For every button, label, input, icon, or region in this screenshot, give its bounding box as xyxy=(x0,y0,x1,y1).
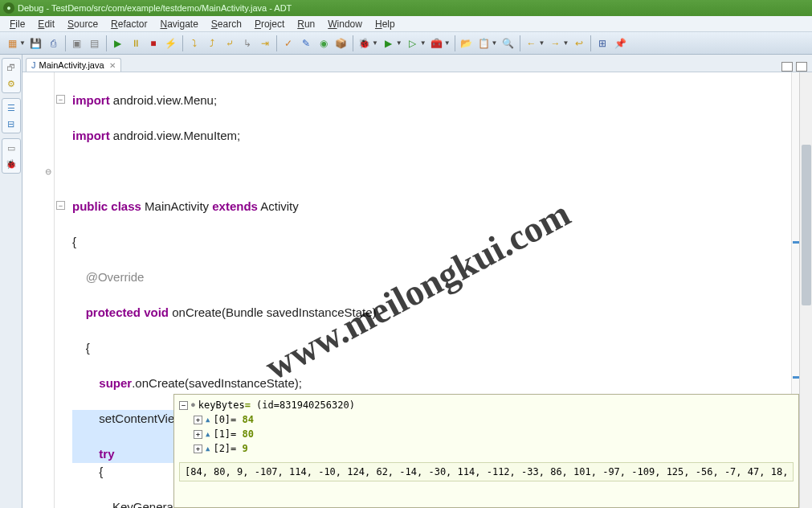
expand-toggle-icon[interactable]: + xyxy=(194,430,202,439)
run-last-icon[interactable]: ▷ xyxy=(405,35,421,51)
dropdown-icon[interactable]: ▼ xyxy=(19,39,26,47)
terminate-icon[interactable]: ■ xyxy=(145,35,161,51)
field-icon: ▲ xyxy=(206,441,210,456)
pin-icon[interactable]: 📌 xyxy=(612,35,628,51)
scrollbar-thumb[interactable] xyxy=(802,145,811,305)
menu-refactor[interactable]: Refactor xyxy=(104,18,153,30)
step-filter-icon[interactable]: ⇥ xyxy=(257,35,273,51)
drop-frame-icon[interactable]: ↳ xyxy=(239,35,255,51)
minimize-editor-icon[interactable] xyxy=(781,62,793,72)
override-marker-icon[interactable]: ⊖ xyxy=(45,167,51,176)
nav-back-icon[interactable]: ← xyxy=(524,35,540,51)
menu-search[interactable]: Search xyxy=(205,18,248,30)
java-file-icon: J xyxy=(31,60,36,70)
external-tools-icon[interactable]: 🧰 xyxy=(429,35,445,51)
collapse-toggle-icon[interactable]: − xyxy=(179,401,188,410)
edit-icon[interactable]: ✎ xyxy=(298,35,314,51)
lint-icon[interactable]: ✓ xyxy=(280,35,296,51)
open-task-icon[interactable]: 📋 xyxy=(476,35,492,51)
run-icon[interactable]: ▶ xyxy=(381,35,397,51)
maximize-editor-icon[interactable] xyxy=(796,62,807,72)
expand-toggle-icon[interactable]: + xyxy=(194,444,202,453)
menu-project[interactable]: Project xyxy=(248,18,291,30)
vertical-scrollbar[interactable] xyxy=(799,72,812,508)
menu-help[interactable]: Help xyxy=(369,18,402,30)
disconnect-icon[interactable]: ⚡ xyxy=(163,35,179,51)
breakpoints-view-icon[interactable]: 🐞 xyxy=(4,157,18,171)
menu-window[interactable]: Window xyxy=(321,18,369,30)
debug-view-icon[interactable]: 🗗 xyxy=(4,60,18,75)
debug-item: [1]= 80 xyxy=(213,427,254,441)
new-icon[interactable]: ▦ xyxy=(4,35,20,51)
dropdown-icon[interactable]: ▼ xyxy=(420,39,426,47)
dropdown-icon[interactable]: ▼ xyxy=(396,39,402,47)
new-package-icon[interactable]: 📦 xyxy=(333,35,349,51)
bullet-icon: ● xyxy=(191,398,195,412)
save-all-icon[interactable]: ⎙ xyxy=(46,35,62,51)
menu-edit[interactable]: Edit xyxy=(31,18,61,30)
avd-manager-icon[interactable]: ▤ xyxy=(87,35,103,51)
window-titlebar: ● Debug - TestDemo/src/com/example/testd… xyxy=(0,0,812,16)
menu-navigate[interactable]: Navigate xyxy=(153,18,204,30)
nav-forward-icon[interactable]: → xyxy=(547,35,563,51)
debug-item: [2]= 9 xyxy=(213,441,247,456)
close-icon[interactable]: ✕ xyxy=(109,61,116,70)
fold-toggle-icon[interactable]: − xyxy=(56,95,65,104)
servers-view-icon[interactable]: ⚙ xyxy=(4,76,18,91)
fold-toggle-icon[interactable]: − xyxy=(56,201,65,210)
editor-gutter: ⊖ xyxy=(22,72,55,508)
nav-last-icon[interactable]: ↩ xyxy=(571,35,587,51)
debug-array-value: [84, 80, 9, -107, 114, -10, 124, 62, -14… xyxy=(179,462,794,481)
search-icon[interactable]: 🔍 xyxy=(500,35,516,51)
step-over-icon[interactable]: ⤴ xyxy=(204,35,220,51)
save-icon[interactable]: 💾 xyxy=(28,35,44,51)
menu-source[interactable]: Source xyxy=(61,18,104,30)
expand-toggle-icon[interactable]: + xyxy=(194,416,202,424)
menu-run[interactable]: Run xyxy=(291,18,321,30)
debug-icon[interactable]: 🐞 xyxy=(357,35,373,51)
dropdown-icon[interactable]: ▼ xyxy=(444,39,451,47)
open-type-icon[interactable]: 📂 xyxy=(459,35,475,51)
new-class-icon[interactable]: ◉ xyxy=(316,35,332,51)
field-icon: ▲ xyxy=(206,427,210,441)
dropdown-icon[interactable]: ▼ xyxy=(562,39,569,47)
menu-bar: File Edit Source Refactor Navigate Searc… xyxy=(0,16,812,32)
variables-view-icon[interactable]: ⊟ xyxy=(4,117,18,131)
step-return-icon[interactable]: ⤶ xyxy=(222,35,238,51)
suspend-icon[interactable]: ⏸ xyxy=(128,35,144,51)
resume-icon[interactable]: ▶ xyxy=(110,35,126,51)
main-toolbar: ▦▼ 💾 ⎙ ▣ ▤ ▶ ⏸ ■ ⚡ ⤵ ⤴ ⤶ ↳ ⇥ ✓ ✎ ◉ 📦 🐞▼ … xyxy=(0,32,812,55)
dropdown-icon[interactable]: ▼ xyxy=(492,39,498,47)
menu-file[interactable]: File xyxy=(3,18,31,30)
console-view-icon[interactable]: ▭ xyxy=(4,141,18,155)
left-trim-bar: 🗗 ⚙ ☰ ⊟ ▭ 🐞 xyxy=(0,55,22,508)
tab-filename: MainActivity.java xyxy=(39,60,104,70)
step-into-icon[interactable]: ⤵ xyxy=(186,35,202,51)
dropdown-icon[interactable]: ▼ xyxy=(372,39,378,47)
debug-var-name: keyBytes= (id=831940256320) xyxy=(198,398,355,412)
editor-tab-bar: J MainActivity.java ✕ xyxy=(22,55,812,72)
perspective-icon[interactable]: ⊞ xyxy=(594,35,610,51)
outline-view-icon[interactable]: ☰ xyxy=(4,100,18,115)
dropdown-icon[interactable]: ▼ xyxy=(539,39,545,47)
field-icon: ▲ xyxy=(206,412,210,427)
window-title: Debug - TestDemo/src/com/example/testdem… xyxy=(18,3,292,13)
app-icon: ● xyxy=(3,2,14,14)
editor-tab-mainactivity[interactable]: J MainActivity.java ✕ xyxy=(26,58,121,72)
debug-hover-popup: − ● keyBytes= (id=831940256320) +▲[0]= 8… xyxy=(173,394,799,508)
debug-item: [0]= 84 xyxy=(213,412,254,427)
sdk-manager-icon[interactable]: ▣ xyxy=(69,35,85,51)
